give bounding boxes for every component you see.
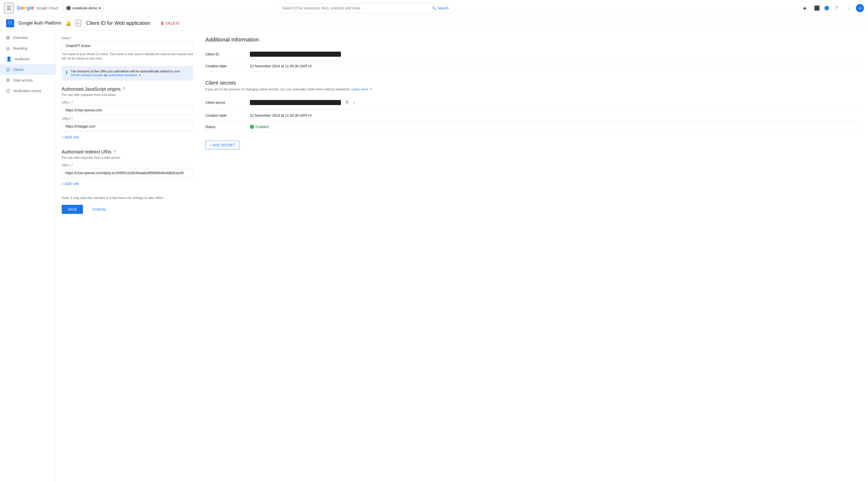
audience-icon: 👤 [6,56,12,62]
cloud-shell-button[interactable]: ⬛ [812,3,822,13]
info-box: ℹ The domains of the URIs you add below … [62,66,193,81]
search-icon: 🔍 [432,6,436,10]
search-input[interactable] [282,6,430,10]
js-uri-1-input[interactable] [62,105,193,115]
status-dot: ✓ [250,125,254,129]
check-icon: ✓ [251,125,253,129]
add-secret-button[interactable]: + ADD SECRET [205,141,240,149]
note-text: Note: It may take five minutes to a few … [62,196,193,200]
google-cloud-logo: Google Google Cloud [17,5,58,11]
cloud-text: Google Cloud [36,6,58,10]
menu-icon[interactable]: ☰ [4,3,14,14]
sidebar-item-data-access[interactable]: ⚙ Data access [0,75,55,86]
secrets-desc: If you are in the process of changing cl… [205,87,862,91]
redirect-uris-desc: For use with requests from a web server [62,156,193,160]
overview-icon: ⊞ [6,35,10,40]
sidebar-item-label: Branding [13,46,27,50]
client-id-label: Client ID [205,52,246,56]
user-avatar[interactable]: U [856,4,864,12]
creation-date-label: Creation date [205,64,246,68]
notification-badge[interactable]: 3 [824,5,830,11]
left-panel: Name * The name of your OAuth 2.0 client… [62,36,193,476]
secrets-table: Client secret ⎘ ↓ Creation date 22 Novem… [205,95,862,133]
verification-icon: ☑ [6,88,10,94]
project-name: cookbook-demo [72,6,98,10]
add-js-uri-button[interactable]: + ADD URI [62,133,79,141]
sidebar-item-label: Verification centre [13,89,41,93]
js-origins-section: Authorised JavaScript origins ? For use … [62,87,193,141]
page-title: Client ID for Web application [86,20,150,26]
js-uri-1-label: URIs 1 * [62,101,193,104]
status-value: ✓ Enabled [250,125,268,129]
secret-creation-date-row: Creation date 22 November 2024 at 11:45:… [205,110,862,121]
client-secret-label: Client secret [205,101,246,105]
sidebar-item-overview[interactable]: ⊞ Overview [0,32,55,43]
client-secrets-title: Client secrets [205,80,862,86]
save-button[interactable]: SAVE [62,205,83,214]
sidebar-item-verification[interactable]: ☑ Verification centre [0,86,55,96]
js-uri-2-input[interactable] [62,121,193,131]
name-helper: The name of your OAuth 2.0 client. This … [62,52,193,61]
info-icon: ℹ [66,69,67,77]
nav-actions: ◆ ⬛ 3 ? ⋮ U [800,3,864,13]
js-origins-help-icon[interactable]: ? [123,87,125,91]
sidebar-item-label: Overview [13,36,28,40]
more-options-button[interactable]: ⋮ [844,3,854,13]
creation-date-row: Creation date 22 November 2024 at 11:45:… [205,60,862,72]
project-selector[interactable]: cookbook-demo ▾ [63,4,104,12]
secret-creation-date-label: Creation date [205,113,246,117]
top-navigation: ☰ Google Google Cloud cookbook-demo ▾ 🔍 … [0,0,868,16]
client-secret-row: Client secret ⎘ ↓ [205,95,862,110]
copy-secret-button[interactable]: ⎘ [345,99,350,106]
sidebar-item-label: Clients [13,67,24,72]
secret-creation-date-value: 22 November 2024 at 11:45:30 GMT+0 [250,113,312,117]
sidebar-item-audience[interactable]: 👤 Audience [0,54,55,64]
trash-icon: 🗑 [160,21,164,26]
js-uri-2-field: URIs 2 * [62,117,193,131]
name-input[interactable] [62,41,193,51]
delete-button[interactable]: 🗑 DELETE [160,21,180,26]
action-buttons: SAVE CANCEL [62,205,193,214]
bell-icon[interactable]: 🔔 [65,21,71,26]
content-area: Name * The name of your OAuth 2.0 client… [56,30,868,482]
add-redirect-uri-button[interactable]: + ADD URI [62,180,79,188]
project-icon [66,6,71,10]
sidebar-item-label: Audience [15,57,29,61]
sidebar-item-label: Data access [13,78,33,82]
chevron-down-icon: ▾ [99,6,101,10]
status-label: Status [205,125,246,129]
app-shield-icon: 🛡 [6,19,14,27]
more-icon: ⋮ [846,5,851,11]
back-button[interactable]: ← [75,20,81,27]
redirect-uris-help-icon[interactable]: ? [113,150,116,154]
authorised-domains-link[interactable]: authorised domains [108,73,137,77]
name-field-group: Name * The name of your OAuth 2.0 client… [62,36,193,61]
download-secret-button[interactable]: ↓ [352,99,356,106]
learn-more-link[interactable]: Learn more [351,87,368,91]
cloud-shell-icon: ⬛ [814,5,820,11]
cancel-button[interactable]: CANCEL [86,205,113,214]
main-layout: ⊞ Overview ◎ Branding 👤 Audience ⊡ Clien… [0,30,868,482]
oauth-consent-link[interactable]: OAuth consent screen [70,73,103,77]
sidebar-item-branding[interactable]: ◎ Branding [0,43,55,54]
redirect-uri-1-label: URIs 1 * [62,164,193,167]
help-button[interactable]: ? [832,3,842,13]
status-row: Status ✓ Enabled [205,121,862,133]
js-origins-title: Authorised JavaScript origins ? [62,87,193,92]
js-uri-2-label: URIs 2 * [62,117,193,120]
redirect-uri-1-field: URIs 1 * [62,164,193,178]
js-uri-1-field: URIs 1 * [62,101,193,115]
additional-info-table: Client ID Creation date 22 November 2024… [205,48,862,72]
additional-info-title: Additional information [205,36,862,43]
creation-date-value: 22 November 2024 at 11:45:30 GMT+0 [250,64,312,68]
diamond-icon: ◆ [803,5,807,11]
notification-icon-button[interactable]: ◆ [800,3,810,13]
search-button[interactable]: 🔍 Search [430,5,451,11]
sidebar-item-clients[interactable]: ⊡ Clients [0,64,55,75]
client-id-row: Client ID [205,48,862,60]
redirect-uris-title: Authorised redirect URIs ? [62,149,193,155]
js-origins-desc: For use with requests from a browser [62,93,193,97]
redirect-uri-1-input[interactable] [62,168,193,178]
search-bar: 🔍 Search [278,3,455,13]
client-id-value [250,52,341,57]
